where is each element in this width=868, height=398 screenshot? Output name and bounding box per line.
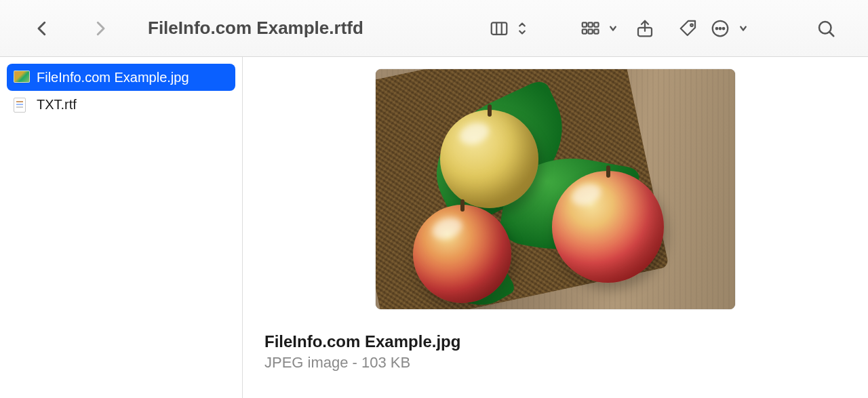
file-item-label: TXT.rtf <box>37 97 77 113</box>
svg-point-10 <box>690 24 693 26</box>
svg-point-12 <box>716 27 718 29</box>
back-button[interactable] <box>20 14 64 43</box>
preview-details: JPEG image - 103 KB <box>264 354 846 372</box>
toolbar-actions <box>441 14 848 43</box>
group-by-button[interactable] <box>580 14 623 43</box>
image-file-icon <box>14 71 30 84</box>
grid-group-icon <box>580 18 600 39</box>
ellipsis-circle-icon <box>710 18 730 39</box>
up-down-icon <box>512 18 532 39</box>
forward-button[interactable] <box>79 14 122 43</box>
chevron-left-icon <box>32 18 52 39</box>
preview-meta: FileInfo.com Example.jpg JPEG image - 10… <box>256 309 854 372</box>
svg-rect-8 <box>594 29 598 33</box>
search-icon <box>816 18 836 39</box>
chevron-right-icon <box>90 18 111 39</box>
svg-rect-0 <box>492 22 507 35</box>
tags-button[interactable] <box>667 14 710 43</box>
file-list-sidebar: FileInfo.com Example.jpg TXT.rtf <box>0 57 243 398</box>
window-title: FileInfo.com Example.rtfd <box>148 18 436 39</box>
content-area: FileInfo.com Example.jpg TXT.rtf FileInf… <box>0 57 868 398</box>
tag-icon <box>678 18 698 39</box>
svg-rect-6 <box>583 29 587 33</box>
svg-line-16 <box>829 32 833 36</box>
preview-image <box>376 69 735 309</box>
svg-rect-5 <box>594 22 598 26</box>
image-content <box>376 69 735 309</box>
share-button[interactable] <box>623 14 667 43</box>
search-button[interactable] <box>804 14 848 43</box>
more-actions-button[interactable] <box>710 14 753 43</box>
preview-filename: FileInfo.com Example.jpg <box>264 332 846 351</box>
chevron-down-icon <box>603 18 623 39</box>
file-item-jpg[interactable]: FileInfo.com Example.jpg <box>7 64 235 91</box>
file-item-rtf[interactable]: TXT.rtf <box>7 91 235 118</box>
svg-rect-3 <box>583 22 587 26</box>
file-item-label: FileInfo.com Example.jpg <box>37 70 189 85</box>
chevron-down-icon <box>733 18 753 39</box>
share-icon <box>635 18 655 39</box>
toolbar: FileInfo.com Example.rtfd <box>0 0 868 57</box>
rtf-file-icon <box>14 98 30 111</box>
nav-group <box>20 14 122 43</box>
svg-rect-7 <box>589 29 593 33</box>
svg-rect-4 <box>589 22 593 26</box>
svg-point-13 <box>719 27 722 29</box>
view-columns-button[interactable] <box>489 14 532 43</box>
svg-point-14 <box>723 27 725 29</box>
preview-pane: FileInfo.com Example.jpg JPEG image - 10… <box>243 57 868 398</box>
columns-icon <box>489 18 509 39</box>
